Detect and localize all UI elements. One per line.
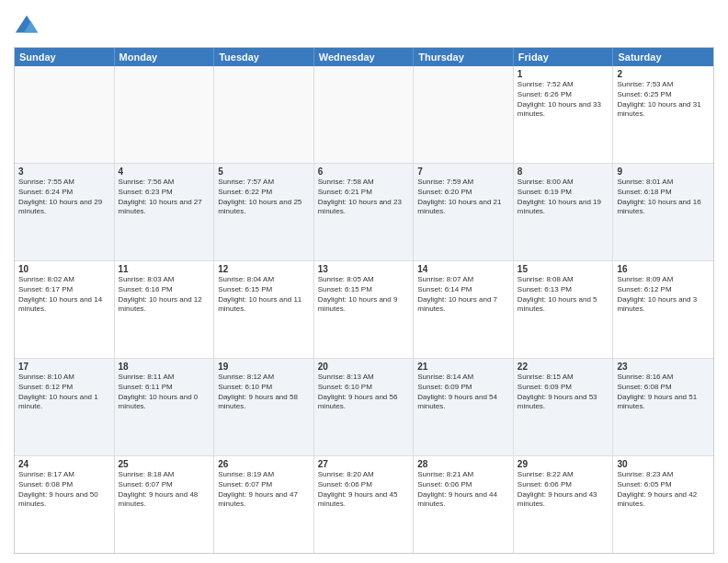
header-day-tuesday: Tuesday [214,48,314,66]
day-cell-3: 3Sunrise: 7:55 AM Sunset: 6:24 PM Daylig… [15,164,115,260]
day-cell-7: 7Sunrise: 7:59 AM Sunset: 6:20 PM Daylig… [414,164,514,260]
day-number: 7 [417,167,509,177]
day-number: 20 [318,362,410,372]
empty-cell [115,66,215,163]
day-info: Sunrise: 8:04 AM Sunset: 6:15 PM Dayligh… [218,275,310,315]
day-info: Sunrise: 8:15 AM Sunset: 6:09 PM Dayligh… [518,373,609,412]
day-info: Sunrise: 8:00 AM Sunset: 6:19 PM Dayligh… [518,178,609,217]
day-cell-16: 16Sunrise: 8:09 AM Sunset: 6:12 PM Dayli… [613,261,713,358]
day-info: Sunrise: 8:11 AM Sunset: 6:11 PM Dayligh… [119,373,210,412]
day-cell-10: 10Sunrise: 8:02 AM Sunset: 6:17 PM Dayli… [15,261,115,358]
day-cell-6: 6Sunrise: 7:58 AM Sunset: 6:21 PM Daylig… [314,164,415,260]
day-number: 5 [218,167,310,177]
day-cell-4: 4Sunrise: 7:56 AM Sunset: 6:23 PM Daylig… [115,164,215,260]
day-number: 16 [617,264,710,274]
day-cell-12: 12Sunrise: 8:04 AM Sunset: 6:15 PM Dayli… [214,261,314,358]
day-info: Sunrise: 8:07 AM Sunset: 6:14 PM Dayligh… [417,275,509,315]
day-number: 2 [617,69,710,79]
day-number: 18 [119,362,210,372]
calendar-row-3: 17Sunrise: 8:10 AM Sunset: 6:12 PM Dayli… [15,359,713,456]
day-cell-19: 19Sunrise: 8:12 AM Sunset: 6:10 PM Dayli… [214,359,314,455]
day-number: 9 [617,167,710,177]
day-info: Sunrise: 8:09 AM Sunset: 6:12 PM Dayligh… [617,275,710,315]
empty-cell [15,66,115,163]
day-cell-27: 27Sunrise: 8:20 AM Sunset: 6:06 PM Dayli… [314,456,415,553]
day-number: 6 [318,167,410,177]
day-number: 12 [218,264,310,274]
day-number: 19 [218,362,310,372]
day-info: Sunrise: 8:20 AM Sunset: 6:06 PM Dayligh… [318,470,410,510]
day-info: Sunrise: 8:05 AM Sunset: 6:15 PM Dayligh… [318,275,410,315]
header-day-saturday: Saturday [613,48,713,66]
empty-cell [214,66,314,163]
day-info: Sunrise: 8:19 AM Sunset: 6:07 PM Dayligh… [218,470,310,510]
day-number: 8 [518,167,609,177]
page: SundayMondayTuesdayWednesdayThursdayFrid… [0,0,728,563]
day-info: Sunrise: 8:01 AM Sunset: 6:18 PM Dayligh… [617,178,710,217]
day-info: Sunrise: 8:18 AM Sunset: 6:07 PM Dayligh… [119,470,210,510]
day-cell-9: 9Sunrise: 8:01 AM Sunset: 6:18 PM Daylig… [613,164,713,260]
day-info: Sunrise: 8:23 AM Sunset: 6:05 PM Dayligh… [617,470,710,510]
day-info: Sunrise: 7:56 AM Sunset: 6:23 PM Dayligh… [119,178,210,217]
day-cell-30: 30Sunrise: 8:23 AM Sunset: 6:05 PM Dayli… [613,456,713,553]
day-number: 14 [417,264,509,274]
day-cell-26: 26Sunrise: 8:19 AM Sunset: 6:07 PM Dayli… [214,456,314,553]
day-cell-28: 28Sunrise: 8:21 AM Sunset: 6:06 PM Dayli… [414,456,514,553]
calendar-row-0: 1Sunrise: 7:52 AM Sunset: 6:26 PM Daylig… [15,66,713,164]
day-number: 1 [518,69,609,79]
empty-cell [314,66,415,163]
day-cell-21: 21Sunrise: 8:14 AM Sunset: 6:09 PM Dayli… [414,359,514,455]
day-cell-15: 15Sunrise: 8:08 AM Sunset: 6:13 PM Dayli… [514,261,614,358]
logo-icon [14,14,40,40]
calendar-header: SundayMondayTuesdayWednesdayThursdayFrid… [15,48,713,66]
day-info: Sunrise: 8:14 AM Sunset: 6:09 PM Dayligh… [417,373,509,412]
day-cell-11: 11Sunrise: 8:03 AM Sunset: 6:16 PM Dayli… [115,261,215,358]
day-cell-24: 24Sunrise: 8:17 AM Sunset: 6:08 PM Dayli… [15,456,115,553]
day-number: 13 [318,264,410,274]
day-number: 15 [518,264,609,274]
header-day-wednesday: Wednesday [314,48,415,66]
calendar-row-1: 3Sunrise: 7:55 AM Sunset: 6:24 PM Daylig… [15,164,713,261]
day-number: 24 [18,459,110,469]
day-info: Sunrise: 8:12 AM Sunset: 6:10 PM Dayligh… [218,373,310,412]
day-number: 17 [18,362,110,372]
day-cell-1: 1Sunrise: 7:52 AM Sunset: 6:26 PM Daylig… [514,66,614,163]
header-day-friday: Friday [514,48,614,66]
day-number: 27 [318,459,410,469]
day-number: 23 [617,362,710,372]
calendar-row-2: 10Sunrise: 8:02 AM Sunset: 6:17 PM Dayli… [15,261,713,359]
day-number: 10 [18,264,110,274]
day-info: Sunrise: 8:17 AM Sunset: 6:08 PM Dayligh… [18,470,110,510]
day-cell-17: 17Sunrise: 8:10 AM Sunset: 6:12 PM Dayli… [15,359,115,455]
day-info: Sunrise: 7:53 AM Sunset: 6:25 PM Dayligh… [617,80,710,120]
day-number: 30 [617,459,710,469]
day-number: 4 [119,167,210,177]
day-number: 22 [518,362,609,372]
day-info: Sunrise: 7:57 AM Sunset: 6:22 PM Dayligh… [218,178,310,217]
calendar-body: 1Sunrise: 7:52 AM Sunset: 6:26 PM Daylig… [15,66,713,553]
day-number: 28 [417,459,509,469]
day-info: Sunrise: 8:10 AM Sunset: 6:12 PM Dayligh… [18,373,110,412]
day-info: Sunrise: 8:08 AM Sunset: 6:13 PM Dayligh… [518,275,609,315]
day-info: Sunrise: 7:59 AM Sunset: 6:20 PM Dayligh… [417,178,509,217]
day-info: Sunrise: 8:22 AM Sunset: 6:06 PM Dayligh… [518,470,609,510]
day-cell-29: 29Sunrise: 8:22 AM Sunset: 6:06 PM Dayli… [514,456,614,553]
day-cell-23: 23Sunrise: 8:16 AM Sunset: 6:08 PM Dayli… [613,359,713,455]
day-cell-14: 14Sunrise: 8:07 AM Sunset: 6:14 PM Dayli… [414,261,514,358]
day-info: Sunrise: 7:52 AM Sunset: 6:26 PM Dayligh… [518,80,609,120]
header-day-monday: Monday [115,48,215,66]
calendar-row-4: 24Sunrise: 8:17 AM Sunset: 6:08 PM Dayli… [15,456,713,553]
day-cell-25: 25Sunrise: 8:18 AM Sunset: 6:07 PM Dayli… [115,456,215,553]
day-cell-22: 22Sunrise: 8:15 AM Sunset: 6:09 PM Dayli… [514,359,614,455]
header [14,9,714,40]
day-number: 3 [18,167,110,177]
logo [14,14,41,40]
empty-cell [414,66,514,163]
day-number: 11 [119,264,210,274]
day-info: Sunrise: 8:02 AM Sunset: 6:17 PM Dayligh… [18,275,110,315]
day-cell-5: 5Sunrise: 7:57 AM Sunset: 6:22 PM Daylig… [214,164,314,260]
day-info: Sunrise: 8:21 AM Sunset: 6:06 PM Dayligh… [417,470,509,510]
day-info: Sunrise: 7:58 AM Sunset: 6:21 PM Dayligh… [318,178,410,217]
header-day-thursday: Thursday [414,48,514,66]
day-info: Sunrise: 7:55 AM Sunset: 6:24 PM Dayligh… [18,178,110,217]
